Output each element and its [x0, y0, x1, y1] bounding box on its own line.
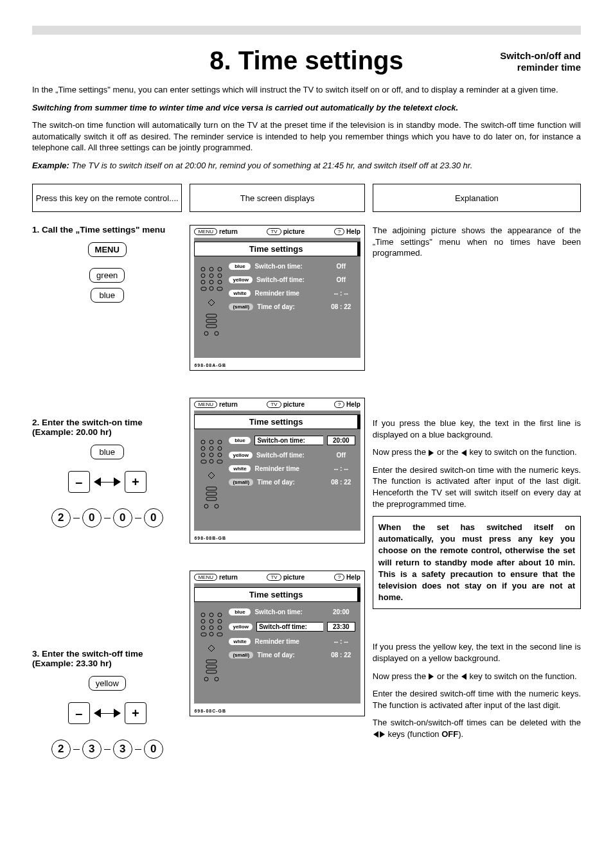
intro-p3: The switch-on time function will automat…: [32, 120, 581, 154]
svg-rect-9: [201, 287, 206, 290]
exp1: The adjoining picture shows the appearan…: [373, 225, 581, 259]
svg-point-4: [209, 274, 213, 278]
plus-minus-row-2: – +: [68, 702, 147, 724]
svg-point-38: [209, 619, 213, 623]
svg-point-50: [215, 677, 218, 681]
svg-point-21: [209, 447, 213, 450]
intro-example: Example: The TV is to switch itself on a…: [32, 160, 581, 172]
svg-point-8: [218, 280, 222, 284]
intro-p1: In the „Time settings" menu, you can ent…: [32, 84, 581, 96]
svg-point-0: [201, 267, 205, 271]
triangle-right-icon: [429, 673, 434, 680]
step1-title: 1. Call the „Time settings" menu: [32, 225, 182, 235]
svg-rect-47: [206, 665, 217, 668]
svg-point-49: [204, 677, 208, 681]
digits-row-2: 2 3 3 0: [51, 740, 163, 759]
green-button[interactable]: green: [89, 268, 125, 283]
svg-point-15: [204, 332, 208, 335]
exp3b: Now press the or the key to switch on th…: [373, 671, 581, 682]
svg-point-23: [201, 453, 205, 457]
svg-point-16: [215, 332, 218, 335]
svg-point-20: [201, 447, 205, 450]
tv-pill: TV: [267, 228, 281, 235]
triangle-left-icon: [461, 673, 466, 680]
svg-rect-31: [206, 497, 217, 500]
svg-rect-11: [217, 287, 222, 290]
remote-icons: [194, 436, 229, 522]
osd-title: Time settings: [194, 242, 360, 256]
exp2a: If you press the blue key, the text in t…: [373, 418, 581, 440]
svg-point-6: [201, 280, 205, 284]
step2-title: 2. Enter the switch-on time (Example: 20…: [32, 418, 182, 437]
col-header-mid: The screen displays: [190, 184, 364, 212]
menu-pill: MENU: [194, 228, 217, 235]
svg-rect-12: [206, 314, 217, 317]
svg-rect-46: [206, 660, 217, 663]
page-title: 8. Time settings: [209, 46, 404, 75]
exp3a: If you press the yellow key, the text in…: [373, 641, 581, 664]
osd-screen-2: MENU return TV picture ? Help Time setti…: [190, 398, 364, 544]
svg-point-7: [209, 280, 213, 284]
svg-point-37: [201, 619, 205, 623]
warning-box: When the set has switched itself on auto…: [373, 516, 581, 609]
osd-screen-1: MENU return TV picture ? Help Time setti…: [190, 225, 364, 371]
svg-rect-29: [206, 487, 217, 490]
step3-title: 3. Enter the switch-off time (Example: 2…: [32, 649, 182, 668]
digit-key[interactable]: 0: [82, 508, 102, 527]
plus-button[interactable]: +: [125, 471, 147, 493]
exp2c: Enter the desired switch-on time with th…: [373, 465, 581, 509]
digit-key[interactable]: 3: [82, 740, 102, 759]
header-bar: [32, 26, 581, 35]
triangle-right-icon: [114, 477, 121, 486]
exp3c: Enter the desired switch-off time with t…: [373, 688, 581, 711]
svg-point-40: [201, 626, 205, 630]
osd-footer-2: 698-08B-GB: [190, 535, 364, 543]
svg-rect-14: [206, 324, 217, 328]
remote-icons: [194, 263, 229, 349]
svg-point-1: [209, 267, 213, 271]
svg-rect-43: [201, 633, 206, 636]
osd-footer-1: 698-08A-GB: [190, 362, 364, 370]
digit-key[interactable]: 3: [113, 740, 132, 759]
help-pill: ?: [334, 228, 344, 235]
triangle-left-icon: [373, 731, 378, 738]
svg-point-25: [218, 453, 222, 457]
svg-point-42: [218, 626, 222, 630]
svg-point-32: [204, 504, 208, 508]
digit-key[interactable]: 2: [51, 740, 71, 759]
digits-row-1: 2 0 0 0: [51, 508, 163, 527]
digit-key[interactable]: 0: [113, 508, 132, 527]
page-subtitle: Switch-on/off and reminder time: [500, 50, 581, 73]
triangle-right-icon: [429, 450, 434, 456]
svg-point-2: [218, 267, 222, 271]
svg-point-19: [218, 440, 222, 444]
svg-rect-28: [217, 460, 222, 463]
digit-key[interactable]: 0: [144, 740, 163, 759]
digit-key[interactable]: 0: [144, 508, 163, 527]
svg-point-18: [209, 440, 213, 444]
plus-minus-row: – +: [68, 471, 147, 493]
triangle-left-icon: [94, 477, 101, 486]
svg-point-34: [201, 613, 205, 617]
minus-button-2[interactable]: –: [68, 702, 90, 724]
digit-key[interactable]: 2: [51, 508, 71, 527]
yellow-button[interactable]: yellow: [89, 676, 126, 691]
osd-footer-3: 698-08C-GB: [190, 707, 364, 716]
blue-button[interactable]: blue: [91, 288, 124, 303]
exp2b: Now press the or the key to switch on th…: [373, 447, 581, 458]
svg-point-33: [215, 504, 218, 508]
svg-point-17: [201, 440, 205, 444]
svg-point-10: [209, 287, 213, 290]
minus-button[interactable]: –: [68, 471, 90, 493]
svg-point-27: [209, 459, 213, 463]
menu-button[interactable]: MENU: [88, 242, 127, 257]
svg-point-22: [218, 447, 222, 450]
svg-rect-45: [217, 633, 222, 636]
col-header-left: Press this key on the remote control....: [32, 184, 182, 212]
svg-rect-26: [201, 460, 206, 463]
col-header-right: Explanation: [373, 184, 581, 212]
blue-button-2[interactable]: blue: [91, 445, 124, 459]
plus-button-2[interactable]: +: [125, 702, 147, 724]
svg-point-3: [201, 274, 205, 278]
triangle-right-icon: [114, 709, 121, 718]
